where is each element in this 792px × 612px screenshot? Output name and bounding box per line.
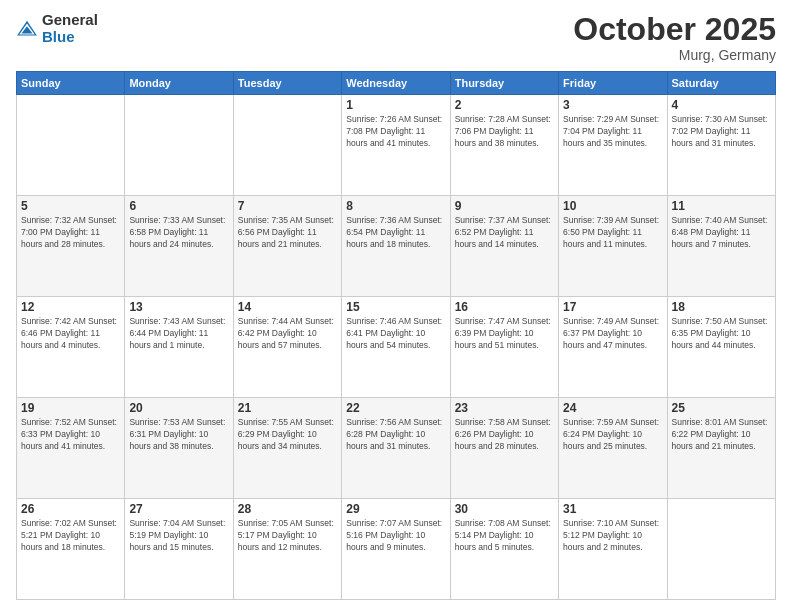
day-info-7: Sunrise: 7:35 AM Sunset: 6:56 PM Dayligh… xyxy=(238,215,337,251)
cell-4-3: 29Sunrise: 7:07 AM Sunset: 5:16 PM Dayli… xyxy=(342,499,450,600)
header-thursday: Thursday xyxy=(450,72,558,95)
day-number-2: 2 xyxy=(455,98,554,112)
header-wednesday: Wednesday xyxy=(342,72,450,95)
day-info-22: Sunrise: 7:56 AM Sunset: 6:28 PM Dayligh… xyxy=(346,417,445,453)
cell-3-3: 22Sunrise: 7:56 AM Sunset: 6:28 PM Dayli… xyxy=(342,398,450,499)
day-number-22: 22 xyxy=(346,401,445,415)
day-info-25: Sunrise: 8:01 AM Sunset: 6:22 PM Dayligh… xyxy=(672,417,771,453)
cell-3-0: 19Sunrise: 7:52 AM Sunset: 6:33 PM Dayli… xyxy=(17,398,125,499)
day-info-29: Sunrise: 7:07 AM Sunset: 5:16 PM Dayligh… xyxy=(346,518,445,554)
day-number-10: 10 xyxy=(563,199,662,213)
day-info-15: Sunrise: 7:46 AM Sunset: 6:41 PM Dayligh… xyxy=(346,316,445,352)
day-info-18: Sunrise: 7:50 AM Sunset: 6:35 PM Dayligh… xyxy=(672,316,771,352)
day-number-8: 8 xyxy=(346,199,445,213)
day-number-18: 18 xyxy=(672,300,771,314)
day-info-6: Sunrise: 7:33 AM Sunset: 6:58 PM Dayligh… xyxy=(129,215,228,251)
cell-2-1: 13Sunrise: 7:43 AM Sunset: 6:44 PM Dayli… xyxy=(125,297,233,398)
cell-1-0: 5Sunrise: 7:32 AM Sunset: 7:00 PM Daylig… xyxy=(17,196,125,297)
day-number-25: 25 xyxy=(672,401,771,415)
cell-0-6: 4Sunrise: 7:30 AM Sunset: 7:02 PM Daylig… xyxy=(667,95,775,196)
day-number-11: 11 xyxy=(672,199,771,213)
day-number-6: 6 xyxy=(129,199,228,213)
cell-2-4: 16Sunrise: 7:47 AM Sunset: 6:39 PM Dayli… xyxy=(450,297,558,398)
day-number-3: 3 xyxy=(563,98,662,112)
cell-0-3: 1Sunrise: 7:26 AM Sunset: 7:08 PM Daylig… xyxy=(342,95,450,196)
day-number-29: 29 xyxy=(346,502,445,516)
logo: General Blue xyxy=(16,12,98,45)
day-number-17: 17 xyxy=(563,300,662,314)
cell-1-6: 11Sunrise: 7:40 AM Sunset: 6:48 PM Dayli… xyxy=(667,196,775,297)
cell-2-6: 18Sunrise: 7:50 AM Sunset: 6:35 PM Dayli… xyxy=(667,297,775,398)
day-info-23: Sunrise: 7:58 AM Sunset: 6:26 PM Dayligh… xyxy=(455,417,554,453)
day-number-20: 20 xyxy=(129,401,228,415)
cell-2-3: 15Sunrise: 7:46 AM Sunset: 6:41 PM Dayli… xyxy=(342,297,450,398)
cell-1-3: 8Sunrise: 7:36 AM Sunset: 6:54 PM Daylig… xyxy=(342,196,450,297)
week-row-2: 12Sunrise: 7:42 AM Sunset: 6:46 PM Dayli… xyxy=(17,297,776,398)
day-number-30: 30 xyxy=(455,502,554,516)
cell-3-4: 23Sunrise: 7:58 AM Sunset: 6:26 PM Dayli… xyxy=(450,398,558,499)
day-info-2: Sunrise: 7:28 AM Sunset: 7:06 PM Dayligh… xyxy=(455,114,554,150)
day-number-16: 16 xyxy=(455,300,554,314)
cell-3-1: 20Sunrise: 7:53 AM Sunset: 6:31 PM Dayli… xyxy=(125,398,233,499)
location: Murg, Germany xyxy=(573,47,776,63)
header: General Blue October 2025 Murg, Germany xyxy=(16,12,776,63)
cell-4-1: 27Sunrise: 7:04 AM Sunset: 5:19 PM Dayli… xyxy=(125,499,233,600)
day-info-9: Sunrise: 7:37 AM Sunset: 6:52 PM Dayligh… xyxy=(455,215,554,251)
day-info-17: Sunrise: 7:49 AM Sunset: 6:37 PM Dayligh… xyxy=(563,316,662,352)
logo-general: General xyxy=(42,12,98,29)
cell-4-5: 31Sunrise: 7:10 AM Sunset: 5:12 PM Dayli… xyxy=(559,499,667,600)
header-tuesday: Tuesday xyxy=(233,72,341,95)
day-number-15: 15 xyxy=(346,300,445,314)
month-title: October 2025 xyxy=(573,12,776,47)
day-number-19: 19 xyxy=(21,401,120,415)
header-saturday: Saturday xyxy=(667,72,775,95)
calendar: Sunday Monday Tuesday Wednesday Thursday… xyxy=(16,71,776,600)
cell-0-5: 3Sunrise: 7:29 AM Sunset: 7:04 PM Daylig… xyxy=(559,95,667,196)
week-row-3: 19Sunrise: 7:52 AM Sunset: 6:33 PM Dayli… xyxy=(17,398,776,499)
day-number-1: 1 xyxy=(346,98,445,112)
day-number-5: 5 xyxy=(21,199,120,213)
day-info-14: Sunrise: 7:44 AM Sunset: 6:42 PM Dayligh… xyxy=(238,316,337,352)
cell-0-0 xyxy=(17,95,125,196)
day-info-12: Sunrise: 7:42 AM Sunset: 6:46 PM Dayligh… xyxy=(21,316,120,352)
day-info-5: Sunrise: 7:32 AM Sunset: 7:00 PM Dayligh… xyxy=(21,215,120,251)
page: General Blue October 2025 Murg, Germany … xyxy=(0,0,792,612)
day-info-21: Sunrise: 7:55 AM Sunset: 6:29 PM Dayligh… xyxy=(238,417,337,453)
day-number-26: 26 xyxy=(21,502,120,516)
cell-4-0: 26Sunrise: 7:02 AM Sunset: 5:21 PM Dayli… xyxy=(17,499,125,600)
day-info-28: Sunrise: 7:05 AM Sunset: 5:17 PM Dayligh… xyxy=(238,518,337,554)
day-info-27: Sunrise: 7:04 AM Sunset: 5:19 PM Dayligh… xyxy=(129,518,228,554)
day-number-9: 9 xyxy=(455,199,554,213)
day-number-7: 7 xyxy=(238,199,337,213)
header-friday: Friday xyxy=(559,72,667,95)
cell-3-6: 25Sunrise: 8:01 AM Sunset: 6:22 PM Dayli… xyxy=(667,398,775,499)
cell-3-5: 24Sunrise: 7:59 AM Sunset: 6:24 PM Dayli… xyxy=(559,398,667,499)
day-number-13: 13 xyxy=(129,300,228,314)
weekday-header-row: Sunday Monday Tuesday Wednesday Thursday… xyxy=(17,72,776,95)
header-monday: Monday xyxy=(125,72,233,95)
day-number-4: 4 xyxy=(672,98,771,112)
header-sunday: Sunday xyxy=(17,72,125,95)
cell-4-2: 28Sunrise: 7:05 AM Sunset: 5:17 PM Dayli… xyxy=(233,499,341,600)
cell-2-0: 12Sunrise: 7:42 AM Sunset: 6:46 PM Dayli… xyxy=(17,297,125,398)
day-info-30: Sunrise: 7:08 AM Sunset: 5:14 PM Dayligh… xyxy=(455,518,554,554)
cell-0-2 xyxy=(233,95,341,196)
day-info-11: Sunrise: 7:40 AM Sunset: 6:48 PM Dayligh… xyxy=(672,215,771,251)
day-info-24: Sunrise: 7:59 AM Sunset: 6:24 PM Dayligh… xyxy=(563,417,662,453)
cell-1-1: 6Sunrise: 7:33 AM Sunset: 6:58 PM Daylig… xyxy=(125,196,233,297)
day-info-26: Sunrise: 7:02 AM Sunset: 5:21 PM Dayligh… xyxy=(21,518,120,554)
day-info-19: Sunrise: 7:52 AM Sunset: 6:33 PM Dayligh… xyxy=(21,417,120,453)
cell-0-4: 2Sunrise: 7:28 AM Sunset: 7:06 PM Daylig… xyxy=(450,95,558,196)
day-info-31: Sunrise: 7:10 AM Sunset: 5:12 PM Dayligh… xyxy=(563,518,662,554)
cell-3-2: 21Sunrise: 7:55 AM Sunset: 6:29 PM Dayli… xyxy=(233,398,341,499)
logo-icon xyxy=(16,18,38,40)
week-row-4: 26Sunrise: 7:02 AM Sunset: 5:21 PM Dayli… xyxy=(17,499,776,600)
day-info-16: Sunrise: 7:47 AM Sunset: 6:39 PM Dayligh… xyxy=(455,316,554,352)
title-section: October 2025 Murg, Germany xyxy=(573,12,776,63)
cell-4-6 xyxy=(667,499,775,600)
logo-blue: Blue xyxy=(42,29,98,46)
cell-1-2: 7Sunrise: 7:35 AM Sunset: 6:56 PM Daylig… xyxy=(233,196,341,297)
week-row-0: 1Sunrise: 7:26 AM Sunset: 7:08 PM Daylig… xyxy=(17,95,776,196)
cell-1-5: 10Sunrise: 7:39 AM Sunset: 6:50 PM Dayli… xyxy=(559,196,667,297)
day-info-20: Sunrise: 7:53 AM Sunset: 6:31 PM Dayligh… xyxy=(129,417,228,453)
